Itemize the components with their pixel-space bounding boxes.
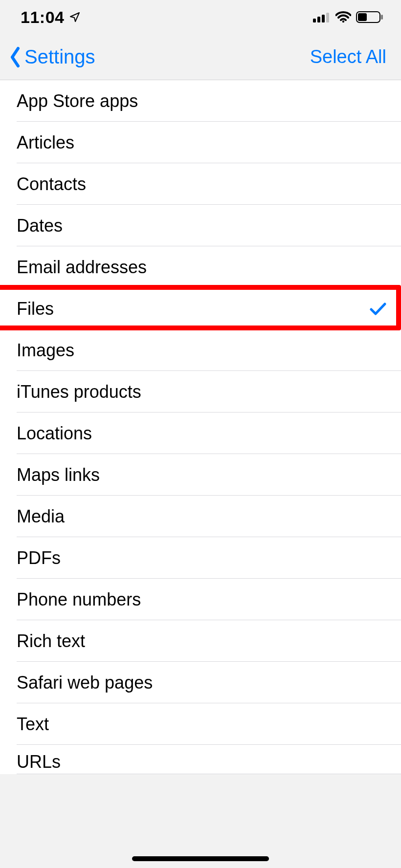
svg-rect-3	[326, 13, 329, 22]
list-item-label: PDFs	[17, 548, 61, 568]
list-item[interactable]: Dates	[0, 205, 401, 246]
list-item-label: App Store apps	[17, 91, 138, 111]
svg-rect-7	[358, 13, 367, 21]
list-item[interactable]: iTunes products	[0, 371, 401, 412]
list-item[interactable]: App Store apps	[0, 80, 401, 122]
list-item[interactable]: Text	[0, 703, 401, 745]
status-time: 11:04	[21, 8, 64, 27]
wifi-icon	[335, 11, 351, 23]
list-item-label: Locations	[17, 423, 92, 444]
list-item-label: Articles	[17, 132, 74, 153]
list-item[interactable]: Locations	[0, 412, 401, 454]
cellular-signal-icon	[313, 12, 331, 22]
item-list: App Store appsArticlesContactsDatesEmail…	[0, 80, 401, 774]
list-item[interactable]: Rich text	[0, 620, 401, 662]
list-item-label: iTunes products	[17, 382, 141, 402]
list-item-label: Media	[17, 506, 65, 527]
list-item[interactable]: Email addresses	[0, 246, 401, 288]
list-item[interactable]: PDFs	[0, 537, 401, 579]
nav-bar: Settings Select All	[0, 34, 401, 80]
svg-rect-0	[313, 19, 316, 22]
status-right	[313, 11, 383, 23]
list-item-label: Safari web pages	[17, 673, 153, 693]
list-item-label: Files	[17, 299, 54, 319]
list-item[interactable]: Maps links	[0, 454, 401, 496]
location-arrow-icon	[69, 11, 81, 23]
list-item[interactable]: Phone numbers	[0, 579, 401, 620]
list-item-label: Text	[17, 714, 49, 735]
list-item-label: URLs	[17, 752, 61, 772]
back-label: Settings	[24, 46, 95, 68]
back-button[interactable]: Settings	[8, 46, 95, 68]
list-item[interactable]: Media	[0, 496, 401, 537]
list-item-label: Dates	[17, 216, 63, 236]
list-item-label: Email addresses	[17, 257, 147, 278]
list-item-label: Rich text	[17, 631, 85, 651]
chevron-left-icon	[8, 46, 22, 68]
list-item-label: Contacts	[17, 174, 86, 195]
svg-rect-2	[322, 15, 325, 22]
svg-rect-6	[381, 15, 383, 20]
list-item-label: Images	[17, 340, 74, 361]
home-indicator	[132, 856, 269, 861]
list-item-label: Phone numbers	[17, 589, 141, 610]
svg-rect-1	[317, 17, 320, 22]
list-item-label: Maps links	[17, 465, 100, 485]
list-item[interactable]: Files	[0, 288, 401, 329]
list-item[interactable]: Articles	[0, 122, 401, 163]
list-item[interactable]: Safari web pages	[0, 662, 401, 703]
battery-icon	[356, 11, 383, 23]
status-bar: 11:04	[0, 0, 401, 34]
checkmark-icon	[370, 302, 386, 316]
row-separator	[17, 774, 401, 774]
status-time-group: 11:04	[21, 8, 81, 27]
list-item[interactable]: Images	[0, 329, 401, 371]
list-item[interactable]: Contacts	[0, 163, 401, 205]
list-item[interactable]: URLs	[0, 745, 401, 774]
select-all-button[interactable]: Select All	[310, 46, 386, 67]
svg-point-4	[342, 21, 344, 22]
